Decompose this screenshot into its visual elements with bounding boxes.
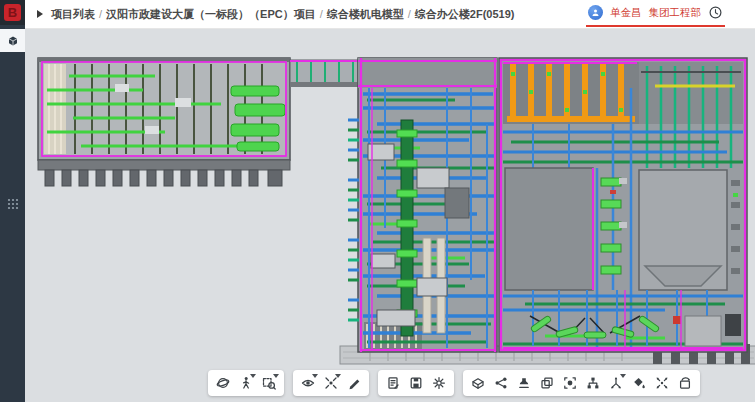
breadcrumb-arrow-icon[interactable] [37, 10, 43, 18]
orbit-icon [216, 376, 230, 390]
dropdown-caret-icon [620, 374, 626, 378]
sidebar-item-apps[interactable] [0, 192, 25, 215]
structure-tree-button[interactable] [583, 373, 603, 393]
breadcrumb-separator: / [99, 8, 102, 20]
section-box-icon [471, 376, 485, 390]
material-paint-button[interactable] [629, 373, 649, 393]
view-angle-icon [301, 376, 315, 390]
share-icon [494, 376, 508, 390]
toolbar-group-file [378, 370, 454, 396]
axis-icon [609, 376, 623, 390]
top-bar: 项目列表 / 汉阳市政建设大厦（一标段）（EPC）项目 / 综合楼机电模型 / … [25, 0, 755, 29]
model-cube-icon [7, 35, 19, 47]
save-icon [409, 376, 423, 390]
sidebar-item-model[interactable] [0, 29, 25, 52]
history-button[interactable] [708, 5, 723, 20]
reset-view-button[interactable] [675, 373, 695, 393]
breadcrumb-item-current-model: 综合办公楼2F(0519) [415, 7, 515, 22]
toolbar-group-view [293, 370, 369, 396]
viewer-toolbar [208, 370, 700, 396]
person-icon [591, 8, 600, 17]
explode-icon [324, 376, 338, 390]
focus-button[interactable] [560, 373, 580, 393]
stamp-button[interactable] [514, 373, 534, 393]
compare-icon [540, 376, 554, 390]
dropdown-caret-icon [312, 374, 318, 378]
brand-logo-icon: B [4, 4, 21, 21]
gear-icon [432, 376, 446, 390]
walkthrough-icon [239, 376, 253, 390]
breadcrumb-item-model-group[interactable]: 综合楼机电模型 [327, 7, 404, 22]
breadcrumb-separator: / [320, 8, 323, 20]
dropdown-caret-icon [250, 374, 256, 378]
section-box-button[interactable] [468, 373, 488, 393]
breadcrumb-separator: / [408, 8, 411, 20]
explode-button[interactable] [321, 373, 341, 393]
markup-pencil-button[interactable] [344, 373, 364, 393]
compare-button[interactable] [537, 373, 557, 393]
model-canvas[interactable] [25, 28, 755, 402]
breadcrumb: 项目列表 / 汉阳市政建设大厦（一标段）（EPC）项目 / 综合楼机电模型 / … [37, 7, 514, 22]
material-paint-icon [632, 376, 646, 390]
share-button[interactable] [491, 373, 511, 393]
dropdown-caret-icon [335, 374, 341, 378]
zoom-window-button[interactable] [259, 373, 279, 393]
app-logo[interactable]: B [0, 0, 25, 25]
dropdown-caret-icon [273, 374, 279, 378]
breadcrumb-item-project[interactable]: 汉阳市政建设大厦（一标段）（EPC）项目 [106, 7, 316, 22]
fit-view-icon [655, 376, 669, 390]
orbit-button[interactable] [213, 373, 233, 393]
walkthrough-button[interactable] [236, 373, 256, 393]
bim-floorplan-model [25, 28, 755, 402]
document-notes-button[interactable] [383, 373, 403, 393]
user-avatar[interactable] [588, 5, 603, 20]
stamp-icon [517, 376, 531, 390]
reset-view-icon [678, 376, 692, 390]
focus-target-icon [563, 376, 577, 390]
clock-icon [708, 5, 723, 20]
axis-button[interactable] [606, 373, 626, 393]
user-area: 单金昌 集团工程部 [586, 1, 725, 27]
user-department[interactable]: 集团工程部 [649, 6, 702, 20]
save-button[interactable] [406, 373, 426, 393]
settings-button[interactable] [429, 373, 449, 393]
breadcrumb-item-projects[interactable]: 项目列表 [51, 7, 95, 22]
zoom-window-icon [262, 376, 276, 390]
document-notes-icon [386, 376, 400, 390]
toolbar-group-navigation [208, 370, 284, 396]
view-angle-button[interactable] [298, 373, 318, 393]
markup-pencil-icon [347, 376, 361, 390]
user-name[interactable]: 单金昌 [610, 6, 642, 20]
apps-grid-icon [7, 198, 19, 210]
left-sidebar: B [0, 0, 25, 402]
structure-tree-icon [586, 376, 600, 390]
fit-view-button[interactable] [652, 373, 672, 393]
toolbar-group-tools [463, 370, 700, 396]
